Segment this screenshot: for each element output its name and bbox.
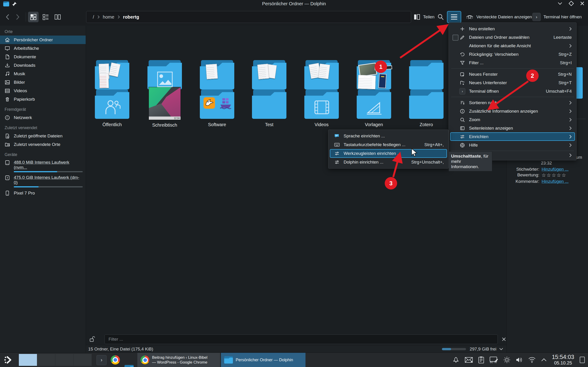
search-button[interactable] <box>437 11 444 23</box>
tray-expand-icon[interactable] <box>541 358 547 362</box>
sidebar-item-drive-dm0[interactable]: 475,0 GiB Internes Laufwerk (dm-0) <box>0 174 86 189</box>
menu-item-neu-erstellen[interactable]: Neu erstellen <box>450 25 575 33</box>
submenu-item-tastaturkurzbefehle[interactable]: Tastaturkurzbefehle festlegen ... Strg+A… <box>330 140 447 149</box>
rating-label: Bewertung: <box>512 173 539 178</box>
show-hidden-files-button[interactable]: Versteckte Dateien anzeigen <box>466 11 532 23</box>
folder-software[interactable]: Software <box>196 90 238 127</box>
menu-item-aktionen-ansicht[interactable]: Aktionen für die aktuelle Ansicht <box>450 42 575 50</box>
menu-item-einrichten[interactable]: Einrichten <box>450 132 575 141</box>
task-chrome-wordpress[interactable]: Beitrag hinzufügen ‹ Linux-Bibel — WordP… <box>137 353 220 367</box>
breadcrumb-home[interactable]: home <box>103 15 114 20</box>
sidebar-item-netzwerk[interactable]: Netzwerk <box>0 113 86 122</box>
view-icons-button[interactable] <box>28 12 39 22</box>
brightness-icon[interactable] <box>503 356 510 364</box>
clock[interactable]: 15:54:03 05.10.25 <box>552 354 574 366</box>
zoom-icon <box>460 117 465 122</box>
chrome-launcher-icon[interactable] <box>111 355 120 365</box>
breadcrumb-user[interactable]: robertg <box>123 15 139 20</box>
rating-stars[interactable]: ☆☆☆☆☆ <box>542 173 567 178</box>
sidebar-item-drive-nvme[interactable]: 488,0 MiB Internes Laufwerk (nvm... <box>0 158 86 174</box>
desktop-2[interactable] <box>37 354 56 366</box>
disk-usage-bar <box>14 186 83 187</box>
folder-label: Schreibtisch <box>151 123 178 128</box>
dolphin-launcher-icon[interactable] <box>124 365 134 367</box>
sidebar-item-musik[interactable]: Musik <box>0 69 86 78</box>
pencil-icon <box>460 35 465 40</box>
window-titlebar[interactable]: Persönlicher Ordner — Dolphin <box>0 0 588 8</box>
split-button[interactable]: Teilen <box>414 11 435 23</box>
menu-item-filter[interactable]: Filter ... Strg+I <box>450 58 575 67</box>
hamburger-menu-button[interactable] <box>447 11 461 23</box>
close-button[interactable] <box>580 1 585 6</box>
menu-item-dateien-auswaehlen[interactable]: Dateien und Ordner auswählen Leertaste <box>450 33 575 42</box>
chevron-down-icon[interactable] <box>499 348 503 350</box>
folder-oeffentlich[interactable]: Öffentlich <box>91 90 133 127</box>
maximize-button[interactable] <box>569 1 574 6</box>
folder-schreibtisch[interactable]: 12:34 Schreibtisch <box>144 87 185 128</box>
folder-test[interactable]: Test <box>249 90 290 127</box>
menu-item-rueckgaengig[interactable]: Rückgängig: Verschieben Strg+Z <box>450 50 575 58</box>
folder-label: Vorlagen <box>364 122 384 127</box>
menu-item-zoom[interactable]: Zoom <box>450 115 575 124</box>
menu-item-hilfe[interactable]: Hilfe <box>450 141 575 149</box>
submenu-item-werkzeugleisten[interactable]: Werkzeugleisten einrichten ... <box>330 149 447 158</box>
sidebar-item-zuletzt-verwendete-orte[interactable]: Zuletzt verwendete Orte <box>0 140 86 149</box>
open-terminal-label: Terminal hier öffnen <box>544 15 582 19</box>
desktop-4[interactable] <box>74 354 92 366</box>
forward-button[interactable] <box>16 14 20 20</box>
folder-vorlagen[interactable]: Vorlagen <box>353 90 395 127</box>
eye-icon <box>466 14 474 20</box>
sidebar-item-label: Papierkorb <box>14 97 35 102</box>
back-button[interactable] <box>6 14 10 20</box>
breadcrumb-root[interactable]: / <box>93 15 94 20</box>
sidebar-item-pixel-7-pro[interactable]: Pixel 7 Pro <box>0 189 86 197</box>
submenu-item-dolphin-einrichten[interactable]: Dolphin einrichten ... Strg+Umschalt+, <box>330 158 447 167</box>
minimize-button[interactable] <box>557 2 563 5</box>
task-dolphin-active[interactable]: Persönlicher Ordner — Dolphin <box>221 353 305 367</box>
virtual-desktop-pager[interactable] <box>19 354 92 366</box>
folder-videos[interactable]: Videos <box>301 90 342 127</box>
filter-input[interactable] <box>104 334 498 344</box>
folder-icon <box>357 90 391 119</box>
sidebar-item-persoenlicher-ordner[interactable]: Persönlicher Ordner <box>0 35 86 44</box>
desktop-1[interactable] <box>19 354 37 366</box>
location-bar[interactable]: / home robertg <box>86 11 411 23</box>
open-terminal-button[interactable]: › Terminal hier öffnen <box>532 11 582 23</box>
submenu-item-sprache[interactable]: Sprache einrichten ... <box>330 132 447 140</box>
clipboard-icon[interactable] <box>478 356 484 364</box>
view-details-button[interactable] <box>40 12 51 22</box>
notifications-icon[interactable] <box>452 356 460 364</box>
desktop-3[interactable] <box>55 354 74 366</box>
display-settings-tray[interactable]: 60 % <box>489 357 498 363</box>
menu-item-zusaetzliche-informationen[interactable]: Zusätzliche Informationen anzeigen <box>450 107 575 115</box>
menu-item-terminal-oeffnen[interactable]: › Terminal öffnen Umschalt+F4 <box>450 87 575 95</box>
sidebar-item-dokumente[interactable]: Dokumente <box>0 52 86 61</box>
lock-open-icon[interactable] <box>89 336 95 343</box>
add-comment-link[interactable]: Hinzufügen ... <box>542 179 569 184</box>
trash-icon <box>5 97 10 102</box>
volume-icon[interactable] <box>516 357 523 363</box>
view-split-button[interactable] <box>52 12 63 22</box>
sidebar-item-arbeitsflaeche[interactable]: Arbeitsfläche <box>0 44 86 52</box>
menu-item-seitenleisten[interactable]: Seitenleisten anzeigen <box>450 124 575 132</box>
sidebar-item-videos[interactable]: Videos <box>0 86 86 95</box>
menu-item-neues-unterfenster[interactable]: Neues Unterfenster Strg+T <box>450 78 575 87</box>
task-title-line1: Beitrag hinzufügen ‹ Linux-Bibel <box>152 355 208 360</box>
sidebar-item-bilder[interactable]: Bilder <box>0 78 86 86</box>
folder-zotero[interactable]: Zotero <box>406 90 447 127</box>
wifi-icon[interactable] <box>528 357 536 363</box>
sidebar-item-papierkorb[interactable]: Papierkorb <box>0 95 86 103</box>
menu-item-sortieren-nach[interactable]: Sortieren nach <box>450 98 575 107</box>
add-keywords-link[interactable]: Hinzufügen ... <box>542 167 569 172</box>
taskbar: › Beitrag hinzufügen ‹ Linux-Bibel — Wor… <box>0 352 588 367</box>
checkbox-unchecked[interactable] <box>452 35 458 41</box>
sidebar-item-downloads[interactable]: Downloads <box>0 61 86 69</box>
sidebar-item-zuletzt-geoeffnete-dateien[interactable]: Zuletzt geöffnete Dateien <box>0 132 86 140</box>
menu-item-neues-fenster[interactable]: Neues Fenster Strg+N <box>450 70 575 78</box>
app-launcher-icon[interactable] <box>4 356 14 364</box>
mail-icon[interactable] <box>465 357 473 363</box>
close-filter-icon[interactable] <box>502 337 506 342</box>
konsole-launcher-icon[interactable]: › <box>96 355 107 365</box>
help-icon <box>460 143 465 148</box>
show-desktop-widget[interactable] <box>579 356 585 364</box>
